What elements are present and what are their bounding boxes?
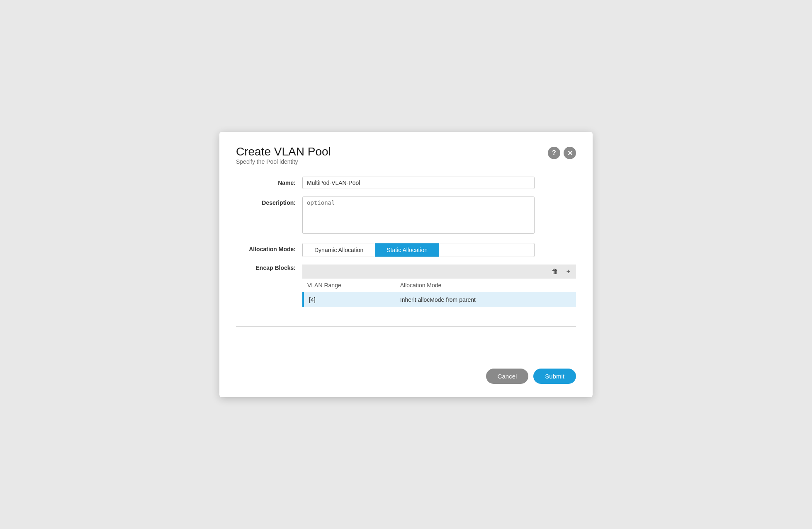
vlan-range-cell: [4] bbox=[302, 292, 395, 308]
footer-divider bbox=[236, 326, 576, 327]
delete-icon: 🗑 bbox=[552, 268, 558, 275]
name-label: Name: bbox=[236, 177, 302, 186]
name-field-group: Name: bbox=[236, 177, 576, 189]
encap-toolbar: 🗑 + bbox=[302, 264, 576, 279]
allocation-mode-group: Allocation Mode: Dynamic Allocation Stat… bbox=[236, 243, 576, 257]
encap-table-header: VLAN Range Allocation Mode bbox=[302, 279, 576, 292]
encap-table: VLAN Range Allocation Mode [4] Inherit a… bbox=[302, 279, 576, 307]
close-button[interactable]: ✕ bbox=[564, 147, 576, 159]
description-field-container bbox=[302, 197, 535, 235]
allocation-toggle-container: Dynamic Allocation Static Allocation bbox=[302, 243, 535, 257]
allocation-toggle: Dynamic Allocation Static Allocation bbox=[302, 243, 535, 257]
cancel-button[interactable]: Cancel bbox=[486, 369, 529, 384]
name-input[interactable] bbox=[302, 177, 535, 189]
encap-blocks-group: Encap Blocks: 🗑 + VLAN Range Allocation … bbox=[236, 264, 576, 307]
description-label: Description: bbox=[236, 197, 302, 206]
dialog-header: Create VLAN Pool Specify the Pool identi… bbox=[236, 145, 576, 175]
encap-table-body: [4] Inherit allocMode from parent bbox=[302, 292, 576, 308]
allocation-mode-label: Allocation Mode: bbox=[236, 243, 302, 252]
create-vlan-pool-dialog: Create VLAN Pool Specify the Pool identi… bbox=[219, 132, 593, 397]
description-field-group: Description: bbox=[236, 197, 576, 235]
dialog-subtitle: Specify the Pool identity bbox=[236, 158, 331, 165]
encap-table-header-row: VLAN Range Allocation Mode bbox=[302, 279, 576, 292]
submit-button[interactable]: Submit bbox=[533, 369, 576, 384]
description-textarea[interactable] bbox=[302, 197, 535, 234]
dialog-title: Create VLAN Pool bbox=[236, 145, 331, 158]
help-button[interactable]: ? bbox=[548, 147, 560, 159]
allocation-mode-cell: Inherit allocMode from parent bbox=[395, 292, 576, 308]
add-icon: + bbox=[566, 268, 570, 275]
dynamic-allocation-button[interactable]: Dynamic Allocation bbox=[303, 243, 375, 257]
delete-encap-button[interactable]: 🗑 bbox=[550, 267, 560, 276]
dialog-action-icons: ? ✕ bbox=[548, 147, 576, 159]
static-allocation-button[interactable]: Static Allocation bbox=[375, 243, 439, 257]
table-row[interactable]: [4] Inherit allocMode from parent bbox=[302, 292, 576, 308]
add-encap-button[interactable]: + bbox=[565, 267, 572, 276]
vlan-range-column-header: VLAN Range bbox=[302, 279, 395, 292]
encap-blocks-content: 🗑 + VLAN Range Allocation Mode [4] Inher bbox=[302, 264, 576, 307]
name-field-container bbox=[302, 177, 535, 189]
encap-blocks-label: Encap Blocks: bbox=[236, 264, 302, 271]
dialog-title-group: Create VLAN Pool Specify the Pool identi… bbox=[236, 145, 331, 175]
allocation-mode-column-header: Allocation Mode bbox=[395, 279, 576, 292]
dialog-footer: Cancel Submit bbox=[236, 362, 576, 384]
